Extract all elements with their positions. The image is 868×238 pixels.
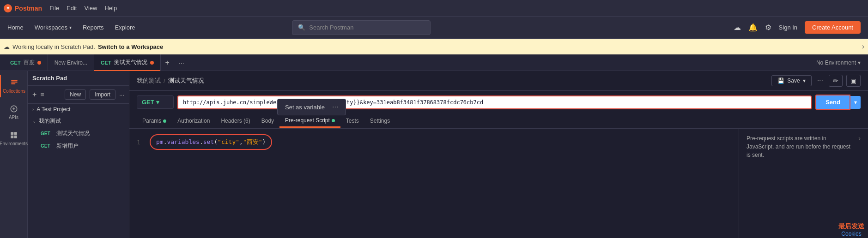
chevron-right-icon: ›: [32, 107, 34, 112]
nav-icons: ☁ 🔔 ⚙ Sign In Create Account: [734, 21, 861, 34]
nav-home[interactable]: Home: [7, 24, 24, 31]
menu-view[interactable]: View: [84, 5, 97, 12]
tab-body[interactable]: Body: [256, 114, 279, 128]
save-label: Save: [787, 77, 800, 84]
left-panel-more-icon[interactable]: ···: [119, 91, 124, 98]
breadcrumb-parent: 我的测试: [137, 77, 161, 85]
code-comma: ,: [239, 138, 243, 145]
code-dot2: .: [200, 138, 203, 145]
create-account-button[interactable]: Create Account: [805, 21, 861, 34]
tab-label-baidu: 百度: [24, 59, 35, 66]
sidebar-item-apis[interactable]: APIs: [0, 101, 27, 124]
content-more-button[interactable]: ···: [815, 75, 825, 87]
nav-workspaces[interactable]: Workspaces ▾: [35, 24, 72, 31]
banner-cta[interactable]: Switch to a Workspace: [98, 43, 163, 50]
tree-leaf-adduser[interactable]: GET 新增用户: [28, 140, 129, 152]
line-number: 1: [137, 139, 146, 146]
context-menu: Set as variable ···: [277, 99, 346, 115]
sidebar-item-collections[interactable]: Collections: [0, 75, 27, 97]
cloud-icon[interactable]: ☁: [734, 23, 741, 32]
request-tabs: Params Authorization Headers (6) Body Pr…: [129, 113, 868, 129]
tree-item-my-test[interactable]: ⌄ 我的测试: [28, 115, 129, 127]
tab-baidu[interactable]: GET 百度: [4, 54, 48, 71]
split-view-button[interactable]: ▣: [846, 75, 861, 87]
sidebar-item-environments[interactable]: Environments: [0, 127, 27, 150]
search-placeholder: Search Postman: [309, 24, 353, 31]
tab-label-weather: 测试天气情况: [114, 59, 147, 66]
nav-reports[interactable]: Reports: [83, 24, 104, 31]
menu-edit[interactable]: Edit: [67, 5, 77, 12]
search-icon: 🔍: [298, 24, 305, 31]
script-line-1: 1 pm.variables.set("city","西安"): [137, 134, 731, 150]
tab-settings[interactable]: Settings: [364, 114, 395, 128]
tab-dot-weather: [150, 61, 154, 65]
code-variables: variables: [167, 138, 199, 145]
send-button[interactable]: Send: [815, 95, 850, 110]
app-name: Postman: [15, 5, 42, 12]
tab-more-button[interactable]: ···: [174, 59, 189, 66]
env-chevron-icon: ▾: [858, 60, 861, 66]
tab-params[interactable]: Params: [137, 114, 172, 128]
tree-leaf-adduser-label: 新增用户: [56, 142, 79, 150]
get-badge-adduser: GET: [41, 143, 54, 149]
env-label: No Environment: [816, 60, 856, 66]
tab-headers-label: Headers (6): [221, 118, 250, 124]
context-menu-set-variable[interactable]: Set as variable: [285, 104, 325, 111]
cookies-label[interactable]: Cookies: [838, 231, 864, 237]
method-label: GET: [142, 99, 154, 106]
save-button[interactable]: 💾 Save ▾: [771, 75, 811, 86]
nav-explore[interactable]: Explore: [115, 24, 135, 31]
main-layout: Collections APIs Environments Scratch Pa…: [0, 71, 868, 238]
sidebar-item-collections-label: Collections: [3, 89, 25, 94]
tree-leaf-weather[interactable]: GET 测试天气情况: [28, 127, 129, 140]
banner-text: Working locally in Scratch Pad.: [12, 43, 95, 50]
tab-new-enviro[interactable]: New Enviro...: [48, 54, 94, 71]
tree-item-a-test-project[interactable]: › A Test Project: [28, 104, 129, 115]
sign-in-button[interactable]: Sign In: [779, 24, 797, 31]
script-right-container: 1 pm.variables.set("city","西安") Pre-requ…: [129, 129, 868, 238]
method-select[interactable]: GET ▾: [137, 95, 174, 109]
content-area: 我的测试 / 测试天气情况 Set as variable ··· 💾 Save…: [129, 71, 868, 238]
save-chevron-icon: ▾: [803, 77, 806, 84]
filter-icon[interactable]: ≡: [40, 91, 44, 98]
script-code[interactable]: pm.variables.set("city","西安"): [150, 134, 272, 150]
banner-chevron-icon: ›: [862, 42, 864, 51]
tab-add-button[interactable]: +: [161, 59, 174, 67]
menu-file[interactable]: File: [49, 5, 59, 12]
scratch-pad-title: Scratch Pad: [28, 71, 129, 86]
edit-button[interactable]: ✏: [829, 75, 843, 87]
collections-icon: [10, 78, 18, 87]
tab-authorization[interactable]: Authorization: [172, 114, 215, 128]
tab-pre-request-script[interactable]: Pre-request Script: [279, 113, 340, 128]
sidebar-item-environments-label: Environments: [0, 141, 28, 146]
bell-icon[interactable]: 🔔: [748, 23, 758, 32]
left-panel-header: + ≡ New Import ···: [28, 86, 129, 104]
tab-body-label: Body: [261, 118, 274, 124]
tab-authorization-label: Authorization: [177, 118, 210, 124]
tree-item-my-test-label: 我的测试: [39, 117, 61, 125]
env-selector[interactable]: No Environment ▾: [813, 60, 864, 66]
save-icon: 💾: [777, 77, 784, 84]
content-actions: 💾 Save ▾ ··· ✏ ▣: [771, 75, 861, 87]
tab-weather[interactable]: GET 测试天气情况: [94, 54, 161, 71]
context-menu-more-icon[interactable]: ···: [332, 103, 338, 111]
tab-method-get: GET: [10, 60, 21, 65]
url-input[interactable]: [177, 95, 812, 109]
method-chevron-icon: ▾: [156, 99, 159, 106]
menu-help[interactable]: Help: [104, 5, 117, 12]
nav-workspaces-label: Workspaces: [35, 24, 67, 31]
import-button[interactable]: Import: [90, 89, 115, 100]
search-bar[interactable]: 🔍 Search Postman: [292, 20, 431, 35]
get-badge-weather: GET: [41, 131, 54, 136]
code-set: set: [203, 138, 214, 145]
apis-icon: [10, 105, 18, 113]
tab-pre-request-label: Pre-request Script: [285, 117, 330, 124]
code-arg2: "西安": [243, 138, 262, 145]
new-button[interactable]: New: [65, 89, 86, 100]
breadcrumb-separator: /: [164, 77, 165, 84]
tab-tests[interactable]: Tests: [340, 114, 364, 128]
add-item-icon[interactable]: +: [32, 90, 36, 99]
send-dropdown-button[interactable]: ▾: [850, 96, 861, 109]
settings-icon[interactable]: ⚙: [765, 23, 771, 32]
tab-headers[interactable]: Headers (6): [215, 114, 255, 128]
